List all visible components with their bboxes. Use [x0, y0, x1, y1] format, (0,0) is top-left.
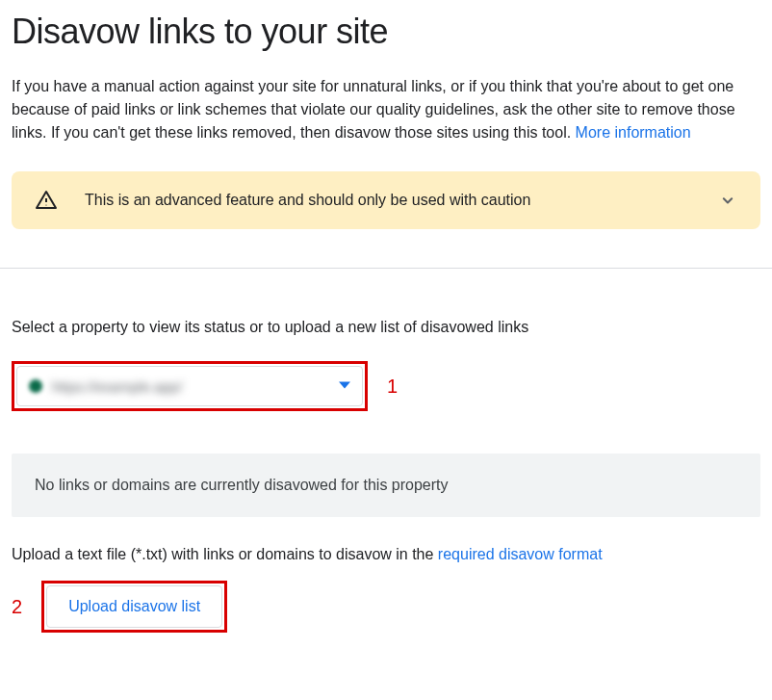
- page-title: Disavow links to your site: [12, 12, 760, 52]
- status-text: No links or domains are currently disavo…: [35, 477, 449, 493]
- property-dropdown[interactable]: https://example.app/: [16, 366, 363, 406]
- warning-banner[interactable]: This is an advanced feature and should o…: [12, 171, 760, 229]
- property-dropdown-value: https://example.app/: [52, 378, 339, 395]
- warning-text: This is an advanced feature and should o…: [85, 192, 718, 209]
- chevron-down-icon: [718, 191, 737, 210]
- dropdown-arrow-icon: [339, 377, 350, 395]
- upload-instruction-text: Upload a text file (*.txt) with links or…: [12, 546, 438, 562]
- status-box: No links or domains are currently disavo…: [12, 454, 760, 517]
- more-info-link[interactable]: More information: [576, 124, 691, 141]
- upload-instruction: Upload a text file (*.txt) with links or…: [12, 544, 760, 563]
- annotation-number-2: 2: [12, 596, 22, 618]
- svg-point-1: [45, 204, 46, 205]
- intro-paragraph: If you have a manual action against your…: [12, 75, 753, 144]
- warning-icon: [35, 189, 58, 212]
- annotation-box-1: https://example.app/: [12, 361, 368, 411]
- annotation-box-2: Upload disavow list: [41, 581, 227, 633]
- select-property-label: Select a property to view its status or …: [12, 319, 760, 336]
- upload-disavow-button[interactable]: Upload disavow list: [46, 585, 222, 628]
- disavow-format-link[interactable]: required disavow format: [438, 546, 603, 562]
- divider: [0, 268, 772, 269]
- property-favicon: [29, 379, 42, 393]
- annotation-number-1: 1: [387, 376, 398, 398]
